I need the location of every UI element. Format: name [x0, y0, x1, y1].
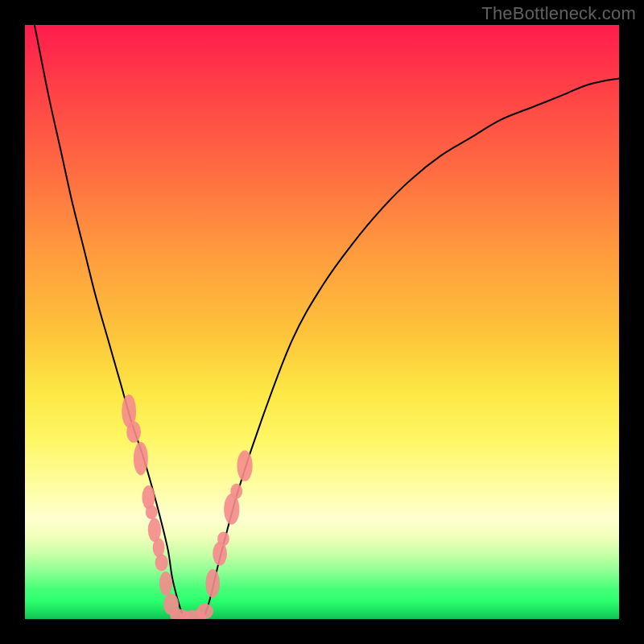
curve-layer — [25, 25, 619, 619]
chart-container: TheBottleneck.com — [0, 0, 644, 644]
bead-marker — [159, 572, 172, 596]
bead-marker — [155, 555, 168, 572]
bead-marker — [205, 569, 220, 597]
watermark-text: TheBottleneck.com — [481, 3, 636, 24]
bead-marker — [126, 421, 141, 443]
bead-marker — [153, 539, 165, 558]
plot-area — [25, 25, 619, 619]
bead-marker — [146, 505, 158, 519]
bead-marker — [217, 532, 229, 547]
bead-marker — [134, 442, 148, 475]
curve-beads — [122, 394, 252, 619]
bead-marker — [237, 450, 253, 481]
bead-marker — [230, 484, 242, 499]
bead-marker — [196, 604, 213, 619]
bottleneck-curve — [25, 25, 619, 619]
